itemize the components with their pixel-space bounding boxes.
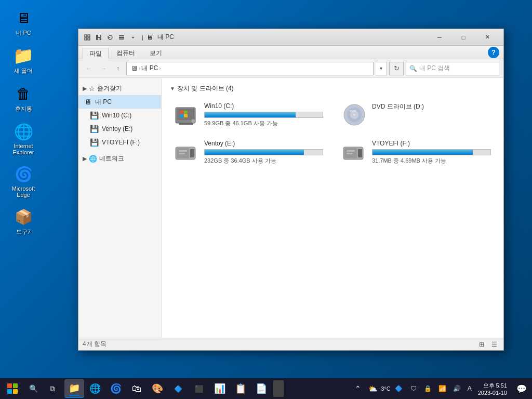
desktop-icon-tools7[interactable]: 📦 도구7 bbox=[5, 204, 42, 238]
network-icon: 🌐 bbox=[89, 155, 97, 163]
notification-button[interactable]: 💬 bbox=[513, 380, 530, 397]
taskbar-app-excel[interactable]: 📊 bbox=[210, 379, 230, 398]
win10-c-bar bbox=[205, 112, 296, 117]
clock-date: 2023-01-10 bbox=[478, 390, 507, 396]
drive-item-dvd-d[interactable]: DVD DVD 드라이브 (D:) bbox=[338, 99, 495, 130]
sidebar-item-vtoyefi-f[interactable]: 💾 VTOYEFI (F:) bbox=[78, 136, 161, 149]
start-button[interactable] bbox=[2, 379, 23, 398]
section-header: ▼ 장치 및 드라이브 (4) bbox=[170, 84, 495, 93]
sidebar-vtoyefi-label: VTOYEFI (F:) bbox=[102, 139, 140, 146]
task-view-icon: ⧉ bbox=[50, 384, 55, 393]
tab-view[interactable]: 보기 bbox=[143, 47, 169, 59]
properties-toolbar-btn[interactable] bbox=[117, 33, 126, 42]
maximize-button[interactable]: □ bbox=[451, 29, 475, 46]
taskbar-app-edge[interactable]: 🌀 bbox=[106, 379, 126, 398]
taskbar-search-icon: 🔍 bbox=[29, 384, 38, 393]
search-placeholder: 내 PC 검색 bbox=[419, 64, 450, 73]
taskbar-app-store[interactable]: 🛍 bbox=[127, 379, 147, 398]
win10-c-name: Win10 (C:) bbox=[204, 102, 323, 110]
path-pc-label: 내 PC bbox=[141, 64, 158, 73]
powerpoint-taskbar-icon: 📋 bbox=[235, 383, 246, 394]
taskbar-app-paint[interactable]: 🎨 bbox=[148, 379, 167, 398]
powershell-taskbar-icon: 🔷 bbox=[174, 385, 182, 393]
system-clock[interactable]: 오후 5:51 2023-01-10 bbox=[476, 382, 509, 396]
ventoy-e-drive-icon bbox=[174, 140, 199, 165]
up-button[interactable]: ↑ bbox=[112, 62, 124, 75]
minimize-button[interactable]: ─ bbox=[428, 29, 451, 46]
chevron-icon: ▶ bbox=[83, 85, 87, 92]
lang-indicator[interactable]: A bbox=[466, 385, 474, 392]
quick-access-toolbar-btn[interactable] bbox=[83, 33, 92, 42]
large-icon-view-button[interactable]: ⊞ bbox=[476, 339, 487, 350]
path-segment: 🖥 › 내 PC › bbox=[131, 64, 161, 73]
taskbar-app-terminal[interactable]: ⬛ bbox=[189, 379, 209, 398]
new-folder-label: 새 폴더 bbox=[14, 67, 33, 75]
drive-item-vtoyefi-f[interactable]: VTOYEFI (F:) 31.7MB 중 4.69MB 사용 가능 bbox=[338, 137, 495, 168]
sidebar-item-my-pc[interactable]: 🖥 내 PC bbox=[78, 95, 161, 109]
store-taskbar-icon: 🛍 bbox=[132, 383, 141, 394]
network-systray-icon[interactable]: 📶 bbox=[436, 380, 449, 397]
tab-file[interactable]: 파일 bbox=[83, 48, 109, 59]
sidebar-item-win10-c[interactable]: 💾 Win10 (C:) bbox=[78, 109, 161, 122]
dvd-d-drive-icon: DVD bbox=[342, 102, 367, 127]
taskbar-apps: 📁 🌐 🌀 🛍 🎨 🔷 ⬛ 📊 bbox=[64, 379, 271, 398]
section-toggle-icon[interactable]: ▼ bbox=[170, 86, 175, 91]
close-button[interactable]: ✕ bbox=[475, 29, 499, 46]
svg-rect-11 bbox=[184, 114, 188, 117]
taskbar-app-powershell[interactable]: 🔷 bbox=[168, 379, 188, 398]
refresh-button[interactable]: ↻ bbox=[389, 62, 404, 75]
svg-rect-19 bbox=[190, 149, 194, 157]
undo-toolbar-btn[interactable] bbox=[105, 33, 115, 42]
taskbar-app-file-explorer[interactable]: 📁 bbox=[64, 379, 84, 398]
ventoy-e-bar-container bbox=[204, 149, 323, 155]
address-dropdown[interactable]: ▾ bbox=[376, 62, 387, 75]
desktop-icon-new-folder[interactable]: 📁 새 폴더 bbox=[5, 43, 42, 77]
detail-view-button[interactable]: ☰ bbox=[489, 339, 499, 350]
title-separator: | bbox=[142, 34, 143, 41]
vpn-icon[interactable]: 🛡 bbox=[407, 380, 420, 397]
desktop-icon-ie[interactable]: 🌐 Internet Explorer bbox=[5, 119, 42, 157]
edge-taskbar-icon: 🌀 bbox=[110, 383, 122, 394]
ventoy-e-bar bbox=[205, 150, 304, 155]
quick-access-header[interactable]: ▶ ☆ 즐겨찾기 bbox=[78, 82, 161, 95]
taskbar-app-pdf[interactable]: 📄 bbox=[251, 379, 271, 398]
task-view-button[interactable]: ⧉ bbox=[43, 379, 62, 398]
ventoy-e-name: Ventoy (E:) bbox=[204, 140, 323, 147]
title-bar: | 🖥 내 PC ─ □ ✕ bbox=[78, 29, 503, 46]
drive-item-ventoy-e[interactable]: Ventoy (E:) 232GB 중 36.4GB 사용 가능 bbox=[170, 137, 327, 168]
bluetooth-icon[interactable]: 🔷 bbox=[393, 380, 405, 397]
drive-item-win10-c[interactable]: Win10 (C:) 59.9GB 중 46.1GB 사용 가능 bbox=[170, 99, 327, 130]
sidebar-item-ventoy-e[interactable]: 💾 Ventoy (E:) bbox=[78, 122, 161, 136]
file-explorer-taskbar-icon: 📁 bbox=[69, 382, 80, 394]
forward-button[interactable]: → bbox=[97, 62, 110, 75]
taskbar: 🔍 ⧉ 📁 🌐 🌀 🛍 🎨 🔷 bbox=[0, 378, 532, 399]
network-header[interactable]: ▶ 🌐 네트워크 bbox=[78, 152, 161, 165]
desktop-icon-my-pc[interactable]: 🖥 내 PC bbox=[5, 5, 42, 39]
dropdown-toolbar-btn[interactable] bbox=[128, 33, 138, 42]
search-box[interactable]: 🔍 내 PC 검색 bbox=[406, 62, 499, 75]
edge-icon: 🌀 bbox=[13, 164, 34, 184]
dvd-d-name: DVD 드라이브 (D:) bbox=[372, 102, 491, 111]
tab-computer[interactable]: 컴퓨터 bbox=[110, 47, 142, 59]
chevron-systray-icon[interactable]: ⌃ bbox=[352, 380, 364, 397]
volume-icon[interactable]: 🔊 bbox=[451, 380, 463, 397]
desktop-icon-edge[interactable]: 🌀 Microsoft Edge bbox=[5, 162, 42, 200]
vtoyefi-f-bar bbox=[373, 150, 473, 155]
help-button[interactable]: ? bbox=[488, 47, 499, 58]
desktop: 🖥 내 PC 📁 새 폴더 🗑 휴지통 🌐 Internet Explorer … bbox=[0, 0, 532, 399]
svg-rect-0 bbox=[85, 35, 87, 37]
search-button[interactable]: 🔍 bbox=[24, 380, 43, 397]
recycle-bin-icon: 🗑 bbox=[13, 83, 34, 104]
ventoy-e-info: Ventoy (E:) 232GB 중 36.4GB 사용 가능 bbox=[204, 140, 323, 165]
security-icon[interactable]: 🔒 bbox=[422, 380, 434, 397]
back-button[interactable]: ← bbox=[83, 62, 95, 75]
address-path[interactable]: 🖥 › 내 PC › bbox=[126, 62, 374, 75]
taskbar-app-powerpoint[interactable]: 📋 bbox=[231, 379, 250, 398]
save-toolbar-btn[interactable] bbox=[94, 33, 103, 42]
weather-icon[interactable]: ⛅ bbox=[366, 380, 379, 397]
new-folder-icon: 📁 bbox=[13, 45, 34, 66]
taskbar-app-ie[interactable]: 🌐 bbox=[85, 379, 105, 398]
win10-c-icon: 💾 bbox=[90, 111, 99, 119]
svg-rect-1 bbox=[88, 35, 90, 37]
desktop-icon-recycle-bin[interactable]: 🗑 휴지통 bbox=[5, 81, 42, 115]
